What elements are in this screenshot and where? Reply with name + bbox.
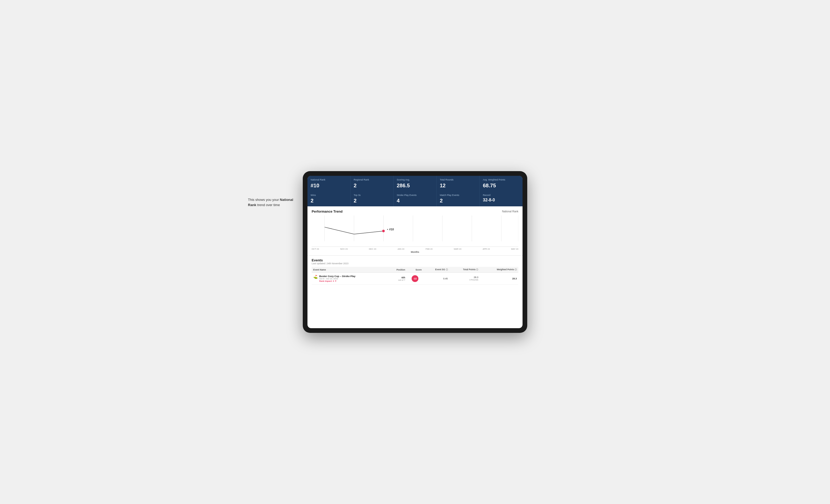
perf-label: National Rank: [502, 210, 518, 213]
annotation-text: This shows you your National Rank trend …: [248, 197, 300, 207]
chart-x-labels: OCT 23 NOV 23 DEC 23 JAN 24 FEB 24 MAR 2…: [312, 247, 518, 250]
col-event-sg: Event SG ⓘ: [423, 267, 449, 273]
stat-scoring-avg: Scoring Avg. 286.5: [393, 176, 437, 191]
screen-content[interactable]: National Rank #10 Regional Rank 2 Scorin…: [308, 176, 522, 328]
stats-row-2: Wins 2 Top 3s 2 Stroke Play Events 4 Mat…: [308, 191, 522, 207]
col-total-points: Total Points ⓘ: [449, 267, 480, 273]
performance-section: Performance Trend National Rank: [308, 206, 522, 256]
event-total-points: 28.3 3 Rounds: [449, 273, 480, 284]
stat-national-rank: National Rank #10: [308, 176, 350, 191]
annotation-text-part2: trend over time: [256, 203, 280, 207]
chart-x-title: Months: [312, 251, 518, 253]
stat-record: Record 32-8-0: [480, 191, 522, 207]
tablet-screen: National Rank #10 Regional Rank 2 Scorin…: [308, 176, 522, 328]
chart-container: • #10: [312, 215, 518, 247]
col-score: Score: [407, 267, 423, 273]
score-badge: -22: [412, 275, 418, 282]
stat-avg-weighted-points: Avg. Weighted Points 68.75: [480, 176, 522, 191]
col-event-name: Event Name: [312, 267, 387, 273]
event-name-main: Buster Cozy Cup – Stroke Play: [319, 275, 355, 277]
events-last-updated: Last updated: 24th November 2023: [312, 262, 518, 265]
events-table: Event Name Position Score Event SG ⓘ Tot…: [312, 267, 518, 284]
events-section: Events Last updated: 24th November 2023 …: [308, 256, 522, 284]
perf-title: Performance Trend: [312, 209, 343, 213]
event-sg: 0.45: [423, 273, 449, 284]
event-position: 6th out of 7: [387, 273, 407, 284]
svg-text:•: •: [387, 228, 388, 231]
perf-header: Performance Trend National Rank: [312, 209, 518, 213]
event-weighted-points: 28.3: [480, 273, 518, 284]
performance-chart: • #10: [312, 215, 518, 246]
svg-text:#10: #10: [389, 228, 394, 231]
stats-row-1: National Rank #10 Regional Rank 2 Scorin…: [308, 176, 522, 191]
stat-stroke-play-events: Stroke Play Events 4: [393, 191, 437, 207]
events-title: Events: [312, 258, 518, 262]
stat-wins: Wins 2: [308, 191, 350, 207]
table-row: ⛳ Buster Cozy Cup – Stroke Play Oct 9 - …: [312, 273, 518, 284]
golf-icon: ⛳: [313, 275, 318, 279]
tablet-frame: National Rank #10 Regional Rank 2 Scorin…: [303, 171, 527, 333]
event-date: Oct 9 - Oct 10, 2023: [319, 277, 355, 280]
stat-regional-rank: Regional Rank 2: [351, 176, 393, 191]
annotation-text-part1: This shows you your: [248, 198, 280, 202]
col-weighted-points: Weighted Points ⓘ: [480, 267, 518, 273]
event-score: -22: [407, 273, 423, 284]
current-rank-dot: [382, 230, 385, 232]
event-name-cell: ⛳ Buster Cozy Cup – Stroke Play Oct 9 - …: [312, 273, 387, 284]
stat-total-rounds: Total Rounds 12: [437, 176, 479, 191]
stat-top3s: Top 3s 2: [351, 191, 393, 207]
rank-impact: Rank Impact: 3 ▼: [319, 280, 355, 282]
col-position: Position: [387, 267, 407, 273]
stat-match-play-events: Match Play Events 2: [437, 191, 479, 207]
